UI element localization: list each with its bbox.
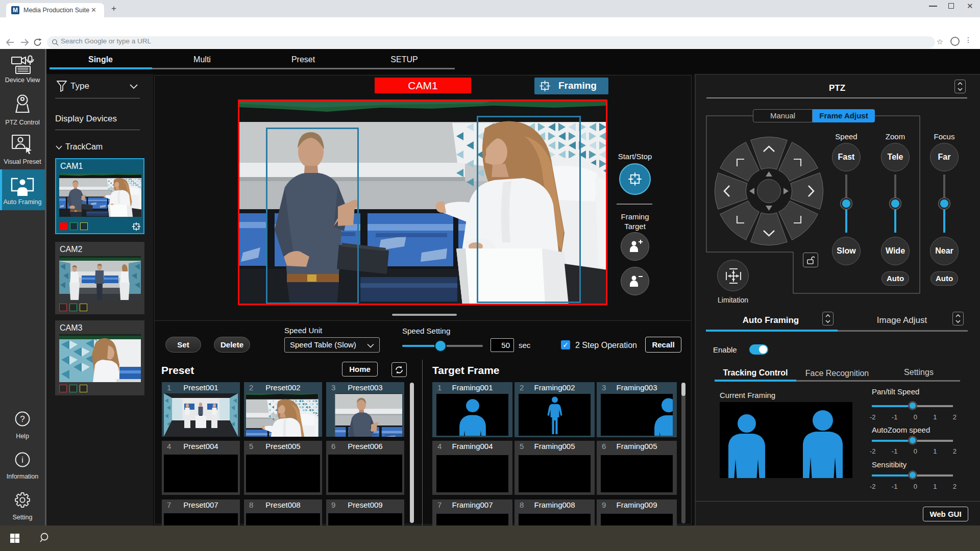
svg-text:i: i [21,456,23,464]
svg-text:?: ? [20,414,24,424]
